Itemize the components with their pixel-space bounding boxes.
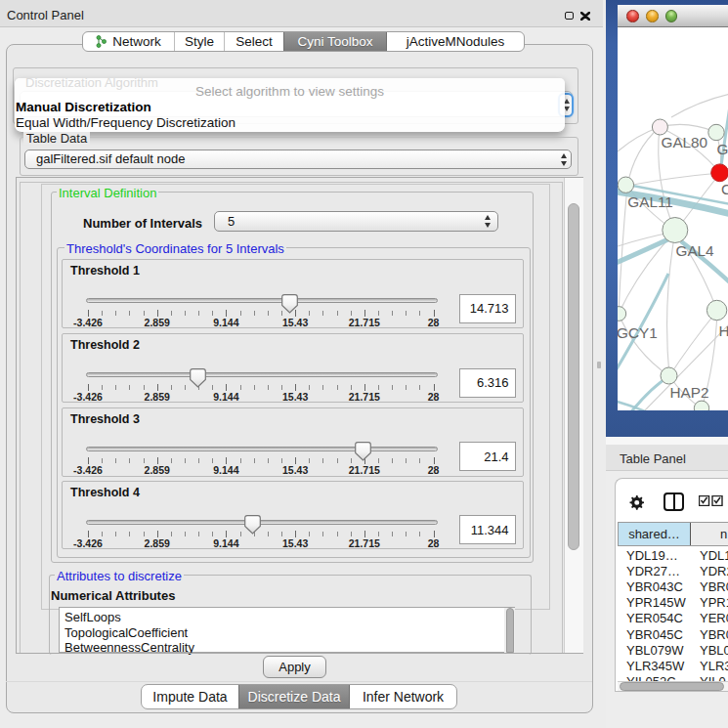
svg-text:GCY1: GCY1: [618, 324, 658, 341]
svg-text:GAL80: GAL80: [662, 134, 708, 150]
svg-text:HAP2: HAP2: [670, 384, 709, 401]
svg-text:GAL11: GAL11: [627, 193, 673, 210]
svg-text:G.: G.: [717, 141, 728, 157]
svg-text:H: H: [719, 322, 728, 339]
svg-text:C: C: [721, 181, 728, 197]
svg-text:GAL4: GAL4: [676, 242, 715, 259]
